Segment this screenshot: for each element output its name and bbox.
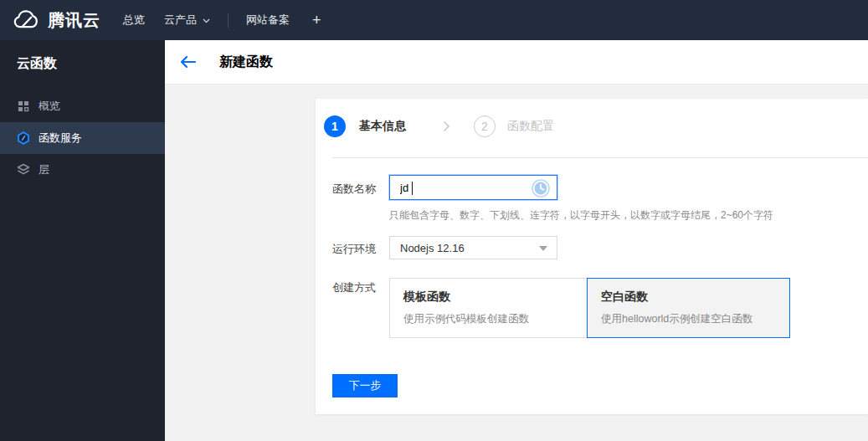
option-title: 空白函数 [601, 290, 776, 305]
nav-divider [228, 13, 229, 28]
next-step-button[interactable]: 下一步 [332, 374, 398, 397]
wizard-steps: 1 基本信息 2 函数配置 [324, 115, 554, 137]
runtime-label: 运行环境 [332, 242, 376, 257]
layers-icon [17, 163, 30, 177]
option-title: 模板函数 [403, 290, 573, 305]
tencent-cloud-logo[interactable]: 腾讯云 [12, 9, 100, 32]
add-tab-button[interactable]: + [312, 12, 321, 29]
function-name-input-wrap [389, 175, 557, 200]
sidebar-product-title: 云函数 [0, 40, 165, 73]
sidebar-item-overview[interactable]: 概览 [0, 90, 165, 122]
nav-website-icp[interactable]: 网站备案 [246, 13, 290, 28]
brand-name: 腾讯云 [48, 9, 100, 32]
nav-cloud-products-label: 云产品 [164, 13, 197, 28]
create-function-card: 1 基本信息 2 函数配置 函数名称 只能包含字母、数字、下划线、连字符，以字母… [316, 99, 868, 414]
steps-divider [332, 157, 868, 158]
sidebar-item-label: 函数服务 [39, 131, 82, 146]
grid-icon [17, 100, 30, 113]
step-chevron-icon [443, 121, 450, 132]
topbar: 腾讯云 总览 云产品 网站备案 + [0, 0, 868, 40]
step-2-label: 函数配置 [507, 119, 554, 134]
chevron-down-icon [203, 18, 210, 23]
clock-pending-icon [531, 178, 551, 198]
sidebar-item-function-service[interactable]: 函数服务 [0, 122, 165, 154]
arrow-left-icon [180, 55, 197, 69]
option-template-function[interactable]: 模板函数 使用示例代码模板创建函数 [389, 278, 588, 338]
select-caret-icon [539, 246, 547, 251]
function-name-input[interactable] [400, 182, 526, 194]
runtime-selected-value: Nodejs 12.16 [400, 242, 465, 254]
top-navigation: 总览 云产品 网站备案 + [123, 12, 321, 29]
creation-method-options: 模板函数 使用示例代码模板创建函数 空白函数 使用helloworld示例创建空… [389, 278, 790, 338]
back-button[interactable] [180, 55, 197, 69]
sidebar-item-layers[interactable]: 层 [0, 154, 165, 186]
creation-method-label: 创建方式 [332, 280, 376, 295]
sidebar-item-label: 概览 [39, 99, 60, 114]
function-name-hint: 只能包含字母、数字、下划线、连字符，以字母开头，以数字或字母结尾，2~60个字符 [389, 208, 773, 223]
sidebar-menu: 概览 函数服务 层 [0, 90, 165, 186]
page-header: 新建函数 [165, 40, 868, 85]
nav-overview[interactable]: 总览 [123, 13, 145, 28]
step-2-circle: 2 [474, 115, 496, 137]
nav-cloud-products[interactable]: 云产品 [164, 13, 210, 28]
step-1-circle: 1 [324, 115, 346, 137]
cloud-logo-icon [12, 10, 40, 30]
function-name-label: 函数名称 [332, 182, 376, 197]
option-description: 使用helloworld示例创建空白函数 [601, 312, 776, 326]
page-title: 新建函数 [219, 54, 273, 71]
option-blank-function[interactable]: 空白函数 使用helloworld示例创建空白函数 [587, 278, 790, 338]
step-1-label: 基本信息 [359, 119, 406, 134]
sidebar-item-label: 层 [39, 162, 49, 177]
option-description: 使用示例代码模板创建函数 [403, 312, 573, 326]
text-cursor [412, 182, 413, 195]
sidebar: 云函数 概览 函数服务 [0, 40, 165, 441]
scf-hexagon-icon [17, 131, 30, 145]
runtime-select[interactable]: Nodejs 12.16 [389, 236, 557, 259]
